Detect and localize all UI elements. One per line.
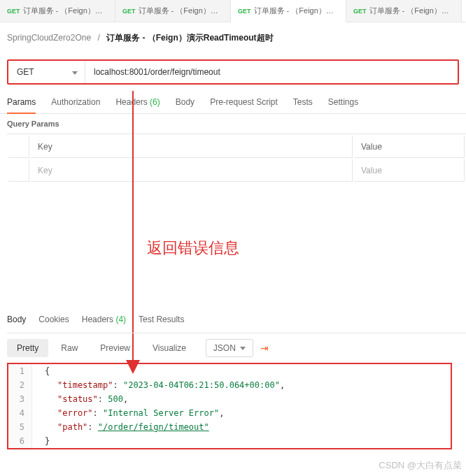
tab-label: 订单服务 - （Feign）通过 bbox=[139, 6, 223, 16]
tab-params[interactable]: Params bbox=[7, 97, 36, 114]
line-number: 3 bbox=[8, 392, 32, 406]
request-tabs: Params Authorization Headers (6) Body Pr… bbox=[0, 90, 466, 114]
view-visualize-button[interactable]: Visualize bbox=[143, 339, 196, 357]
breadcrumb-project[interactable]: SpringCloudZero2One bbox=[7, 33, 91, 43]
code-line-6: } bbox=[32, 434, 50, 448]
resp-tab-headers[interactable]: Headers (4) bbox=[82, 315, 126, 327]
col-key: Key bbox=[31, 136, 353, 158]
url-input[interactable] bbox=[85, 61, 458, 83]
breadcrumb: SpringCloudZero2One / 订单服务 - （Feign）演示Re… bbox=[0, 22, 466, 54]
top-tab-2[interactable]: GET订单服务 - （Feign）演示 bbox=[231, 0, 346, 22]
tab-settings[interactable]: Settings bbox=[328, 97, 358, 113]
response-toolbar: Pretty Raw Preview Visualize JSON ⇥ bbox=[7, 333, 466, 363]
breadcrumb-current: 订单服务 - （Feign）演示ReadTimeout超时 bbox=[106, 33, 273, 43]
line-number: 5 bbox=[8, 420, 32, 434]
col-checkbox bbox=[8, 136, 29, 158]
headers-count: (6) bbox=[150, 97, 160, 107]
view-preview-button[interactable]: Preview bbox=[90, 339, 140, 357]
params-table: Key Value Key Value bbox=[7, 134, 466, 183]
breadcrumb-sep: / bbox=[97, 33, 99, 43]
response-body: 1{ 2"timestamp": "2023-04-04T06:21:50.06… bbox=[7, 363, 452, 449]
response-panel: Body Cookies Headers (4) Test Results Pr… bbox=[7, 315, 466, 449]
wrap-lines-icon[interactable]: ⇥ bbox=[260, 342, 269, 354]
format-label: JSON bbox=[213, 343, 236, 353]
key-input[interactable]: Key bbox=[31, 159, 353, 182]
watermark: CSDN @大白有点菜 bbox=[379, 459, 462, 472]
response-tabs: Body Cookies Headers (4) Test Results bbox=[7, 315, 466, 333]
tab-headers[interactable]: Headers (6) bbox=[115, 97, 160, 113]
line-number: 2 bbox=[8, 378, 32, 392]
tab-label: 订单服务 - （Feign）通过 bbox=[23, 6, 108, 16]
resp-headers-count: (4) bbox=[115, 315, 126, 324]
request-url-bar: GET bbox=[7, 59, 459, 85]
resp-tab-body[interactable]: Body bbox=[7, 315, 26, 327]
resp-tab-cookies[interactable]: Cookies bbox=[38, 315, 69, 327]
tab-label: 订单服务 - （Feign）演示 bbox=[254, 6, 339, 16]
code-line-3: "status": 500, bbox=[32, 392, 128, 406]
http-method-select[interactable]: GET bbox=[8, 61, 85, 83]
view-raw-button[interactable]: Raw bbox=[51, 339, 87, 357]
code-line-4: "error": "Internal Server Error", bbox=[32, 406, 224, 420]
method-badge: GET bbox=[353, 8, 367, 15]
row-checkbox[interactable] bbox=[8, 159, 29, 182]
format-select[interactable]: JSON bbox=[206, 339, 253, 357]
annotation-text: 返回错误信息 bbox=[147, 238, 239, 259]
code-line-1: { bbox=[32, 364, 50, 378]
params-row[interactable]: Key Value bbox=[8, 159, 465, 182]
value-input[interactable]: Value bbox=[354, 159, 465, 182]
top-tab-0[interactable]: GET订单服务 - （Feign）通过 bbox=[0, 0, 115, 22]
tab-headers-label: Headers bbox=[115, 97, 147, 107]
view-pretty-button[interactable]: Pretty bbox=[7, 339, 48, 357]
method-badge: GET bbox=[238, 8, 251, 15]
top-tab-3[interactable]: GET订单服务 - （Feign）演示 bbox=[346, 0, 462, 22]
top-tab-1[interactable]: GET订单服务 - （Feign）通过 bbox=[115, 0, 231, 22]
code-line-5: "path": "/order/feign/timeout" bbox=[32, 420, 209, 434]
line-number: 6 bbox=[8, 434, 32, 448]
resp-tab-headers-label: Headers bbox=[82, 315, 113, 324]
method-badge: GET bbox=[122, 8, 136, 15]
top-tabs: GET订单服务 - （Feign）通过 GET订单服务 - （Feign）通过 … bbox=[0, 0, 466, 22]
method-badge: GET bbox=[7, 8, 20, 15]
query-params-label: Query Params bbox=[0, 114, 466, 134]
chevron-down-icon bbox=[240, 347, 246, 350]
code-line-2: "timestamp": "2023-04-04T06:21:50.064+00… bbox=[32, 378, 285, 392]
tab-body[interactable]: Body bbox=[176, 97, 195, 113]
tab-prerequest[interactable]: Pre-request Script bbox=[210, 97, 278, 113]
chevron-down-icon bbox=[72, 67, 78, 77]
line-number: 4 bbox=[8, 406, 32, 420]
line-number: 1 bbox=[8, 364, 32, 378]
resp-tab-testresults[interactable]: Test Results bbox=[139, 315, 184, 327]
col-value: Value bbox=[354, 136, 465, 158]
tab-label: 订单服务 - （Feign）演示 bbox=[369, 6, 454, 16]
tab-tests[interactable]: Tests bbox=[293, 97, 313, 113]
tab-authorization[interactable]: Authorization bbox=[51, 97, 100, 113]
method-label: GET bbox=[17, 67, 34, 77]
